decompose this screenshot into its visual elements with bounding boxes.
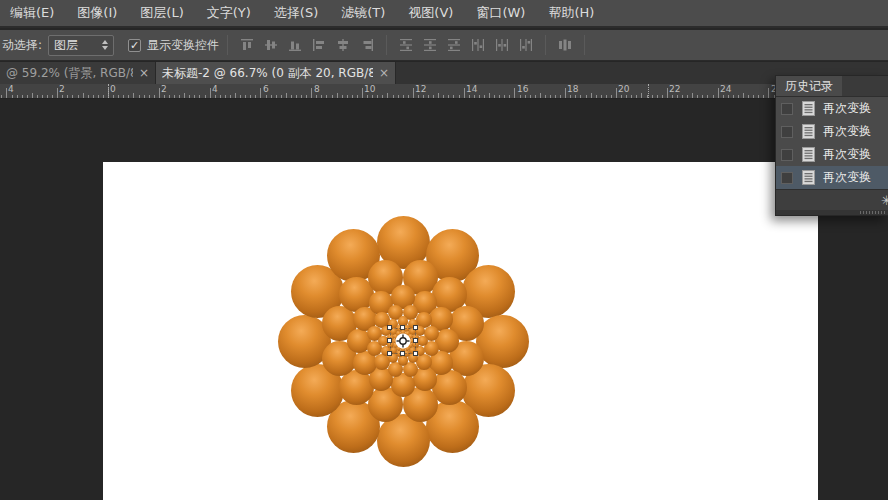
document-tab-bar: @ 59.2% (背景, RGB/8) *×未标题-2 @ 66.7% (0 副… — [0, 62, 888, 84]
show-transform-checkbox[interactable]: ✓ — [128, 39, 141, 52]
history-state-label: 再次变换 — [823, 123, 871, 140]
auto-align-group — [554, 36, 576, 54]
horizontal-ruler: 4202468101214161820222426 — [0, 84, 888, 99]
history-state-row[interactable]: 再次变换 — [776, 120, 888, 143]
tab-close-icon[interactable]: × — [139, 66, 149, 80]
ruler-unit-label: 10 — [364, 84, 375, 94]
options-bar: 动选择: 图层 ✓ 显示变换控件 — [0, 30, 888, 61]
transform-handle[interactable] — [400, 351, 405, 356]
ruler-unit-label: 4 — [8, 84, 14, 94]
separator — [227, 35, 228, 55]
ruler-unit-label: 2 — [161, 84, 167, 94]
ruler-unit-label: 12 — [415, 84, 426, 94]
history-state-row[interactable]: 再次变换 — [776, 143, 888, 166]
auto-select-label: 动选择: — [2, 37, 42, 54]
history-state-label: 再次变换 — [823, 100, 871, 117]
history-state-label: 再次变换 — [823, 146, 871, 163]
artwork-layer — [103, 162, 818, 500]
panel-resize-grip[interactable] — [776, 210, 888, 215]
menu-item[interactable]: 图层(L) — [136, 2, 187, 24]
transform-handle[interactable] — [387, 351, 392, 356]
menu-bar: 编辑(E)图像(I)图层(L)文字(Y)选择(S)滤镜(T)视图(V)窗口(W)… — [0, 0, 888, 28]
panel-footer-icon[interactable]: ✳ — [881, 193, 888, 208]
document-tab-active[interactable]: 未标题-2 @ 66.7% (0 副本 20, RGB/8) *× — [156, 62, 396, 84]
history-panel: 历史记录 再次变换再次变换再次变换再次变换 ✳ — [775, 75, 888, 216]
separator — [545, 35, 546, 55]
separator — [584, 35, 585, 55]
align-right-edges-icon[interactable] — [356, 36, 378, 54]
ruler-unit-label: 0 — [110, 84, 116, 94]
ruler-unit-label: 4 — [212, 84, 218, 94]
transform-reference-point-icon[interactable] — [395, 333, 411, 349]
ruler-unit-label: 18 — [567, 84, 578, 94]
menu-item[interactable]: 图像(I) — [73, 2, 121, 24]
history-panel-footer: ✳ — [776, 189, 888, 210]
align-left-edges-icon[interactable] — [308, 36, 330, 54]
distribute-icon-group — [395, 36, 537, 54]
ruler-unit-label: 24 — [720, 84, 731, 94]
auto-align-layers-icon[interactable] — [554, 36, 576, 54]
distribute-top-edges-icon[interactable] — [395, 36, 417, 54]
ruler-unit-label: 14 — [466, 84, 477, 94]
transform-handle[interactable] — [413, 351, 418, 356]
history-state-icon — [802, 124, 815, 139]
align-vertical-centers-icon[interactable] — [260, 36, 282, 54]
align-icon-group — [236, 36, 378, 54]
history-state-icon — [802, 170, 815, 185]
transform-handle[interactable] — [387, 338, 392, 343]
menu-item[interactable]: 编辑(E) — [6, 2, 58, 24]
ruler-unit-label: 8 — [314, 84, 320, 94]
separator — [386, 35, 387, 55]
distribute-horizontal-centers-icon[interactable] — [491, 36, 513, 54]
sphere-shape — [416, 354, 432, 370]
transform-handle[interactable] — [413, 338, 418, 343]
align-bottom-edges-icon[interactable] — [284, 36, 306, 54]
history-state-row[interactable]: 再次变换 — [776, 166, 888, 189]
ruler-unit-label: 6 — [263, 84, 269, 94]
tab-close-icon[interactable]: × — [379, 66, 389, 80]
auto-select-value: 图层 — [54, 37, 78, 54]
menu-item[interactable]: 窗口(W) — [472, 2, 529, 24]
history-panel-header: 历史记录 — [776, 76, 888, 97]
history-state-icon — [802, 147, 815, 162]
menu-item[interactable]: 滤镜(T) — [337, 2, 389, 24]
auto-select-dropdown[interactable]: 图层 — [48, 35, 114, 56]
ruler-unit-label: 16 — [517, 84, 528, 94]
menu-item[interactable]: 帮助(H) — [544, 2, 598, 24]
history-state-row[interactable]: 再次变换 — [776, 97, 888, 120]
ruler-position-marker — [108, 84, 109, 98]
distribute-left-edges-icon[interactable] — [467, 36, 489, 54]
ruler-unit-label: 2 — [59, 84, 65, 94]
canvas-work-area — [0, 100, 888, 500]
document-tab-title: 未标题-2 @ 66.7% (0 副本 20, RGB/8) * — [162, 65, 373, 82]
menu-item[interactable]: 视图(V) — [404, 2, 457, 24]
distribute-vertical-centers-icon[interactable] — [419, 36, 441, 54]
transform-handle[interactable] — [413, 325, 418, 330]
history-panel-tab[interactable]: 历史记录 — [776, 76, 842, 96]
transform-handle[interactable] — [400, 325, 405, 330]
ruler-position-marker — [648, 84, 649, 98]
dropdown-arrows-icon — [102, 40, 108, 50]
transform-handle[interactable] — [387, 325, 392, 330]
menu-item[interactable]: 文字(Y) — [203, 2, 255, 24]
history-brush-source-well[interactable] — [781, 149, 793, 161]
align-top-edges-icon[interactable] — [236, 36, 258, 54]
history-brush-source-well[interactable] — [781, 103, 793, 115]
ruler-unit-label: 20 — [618, 84, 629, 94]
distribute-bottom-edges-icon[interactable] — [443, 36, 465, 54]
menu-item[interactable]: 选择(S) — [270, 2, 322, 24]
history-state-label: 再次变换 — [823, 169, 871, 186]
document-tab[interactable]: @ 59.2% (背景, RGB/8) *× — [0, 62, 156, 84]
history-state-icon — [802, 101, 815, 116]
history-brush-source-well[interactable] — [781, 126, 793, 138]
history-brush-source-well[interactable] — [781, 172, 793, 184]
align-horizontal-centers-icon[interactable] — [332, 36, 354, 54]
show-transform-label: 显示变换控件 — [147, 37, 219, 54]
ruler-unit-label: 22 — [669, 84, 680, 94]
distribute-right-edges-icon[interactable] — [515, 36, 537, 54]
document-canvas[interactable] — [103, 162, 818, 500]
document-tab-title: @ 59.2% (背景, RGB/8) * — [6, 65, 133, 82]
